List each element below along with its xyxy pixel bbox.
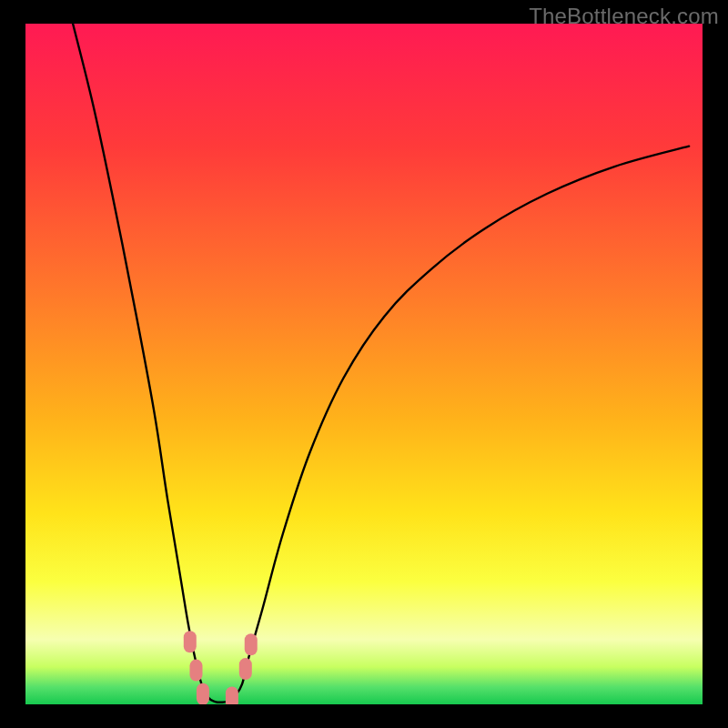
- curve-marker: [245, 633, 258, 655]
- chart-frame: TheBottleneck.com: [0, 0, 728, 728]
- curve-marker: [226, 687, 238, 704]
- plot-area: [25, 24, 703, 704]
- curve-marker: [184, 631, 197, 652]
- gradient-background: [25, 24, 703, 704]
- curve-marker: [239, 658, 252, 680]
- bottleneck-chart: [25, 24, 703, 704]
- curve-marker: [189, 660, 202, 682]
- curve-marker: [197, 683, 209, 704]
